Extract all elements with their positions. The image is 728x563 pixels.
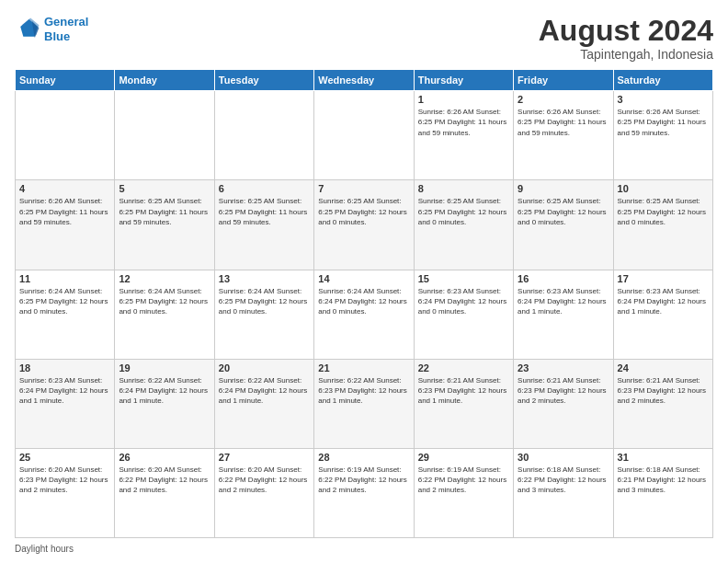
header-day: Wednesday: [314, 70, 414, 91]
calendar-cell: 7Sunrise: 6:25 AM Sunset: 6:25 PM Daylig…: [314, 180, 414, 270]
calendar-cell: 8Sunrise: 6:25 AM Sunset: 6:25 PM Daylig…: [414, 180, 513, 270]
day-info: Sunrise: 6:21 AM Sunset: 6:23 PM Dayligh…: [418, 375, 509, 407]
calendar-cell: 21Sunrise: 6:22 AM Sunset: 6:23 PM Dayli…: [314, 359, 414, 448]
calendar-header-row: SundayMondayTuesdayWednesdayThursdayFrid…: [16, 70, 713, 91]
day-info: Sunrise: 6:25 AM Sunset: 6:25 PM Dayligh…: [618, 196, 709, 227]
day-info: Sunrise: 6:26 AM Sunset: 6:25 PM Dayligh…: [19, 196, 110, 227]
day-number: 16: [518, 273, 609, 284]
header-day: Monday: [115, 70, 214, 91]
day-number: 28: [318, 452, 409, 463]
day-number: 11: [19, 273, 110, 284]
calendar-cell: 20Sunrise: 6:22 AM Sunset: 6:24 PM Dayli…: [214, 359, 313, 448]
day-info: Sunrise: 6:26 AM Sunset: 6:25 PM Dayligh…: [618, 107, 709, 138]
day-info: Sunrise: 6:21 AM Sunset: 6:23 PM Dayligh…: [618, 375, 709, 407]
day-number: 14: [318, 273, 409, 284]
day-info: Sunrise: 6:23 AM Sunset: 6:24 PM Dayligh…: [618, 286, 709, 317]
calendar-cell: 6Sunrise: 6:25 AM Sunset: 6:25 PM Daylig…: [214, 180, 313, 270]
day-info: Sunrise: 6:22 AM Sunset: 6:24 PM Dayligh…: [119, 375, 210, 407]
day-number: 10: [618, 183, 709, 194]
day-info: Sunrise: 6:23 AM Sunset: 6:24 PM Dayligh…: [518, 286, 609, 317]
day-number: 18: [19, 362, 110, 373]
calendar-cell: 1Sunrise: 6:26 AM Sunset: 6:25 PM Daylig…: [414, 91, 513, 180]
calendar-cell: 26Sunrise: 6:20 AM Sunset: 6:22 PM Dayli…: [115, 448, 214, 537]
calendar-cell: 14Sunrise: 6:24 AM Sunset: 6:24 PM Dayli…: [314, 270, 414, 359]
day-info: Sunrise: 6:21 AM Sunset: 6:23 PM Dayligh…: [518, 375, 609, 407]
day-number: 24: [618, 362, 709, 373]
header-day: Sunday: [16, 70, 115, 91]
header-day: Tuesday: [214, 70, 313, 91]
calendar-week-row: 4Sunrise: 6:26 AM Sunset: 6:25 PM Daylig…: [16, 180, 713, 270]
day-number: 12: [119, 273, 210, 284]
day-number: 19: [119, 362, 210, 373]
day-number: 21: [318, 362, 409, 373]
calendar-cell: [214, 91, 313, 180]
calendar-cell: 5Sunrise: 6:25 AM Sunset: 6:25 PM Daylig…: [115, 180, 214, 270]
page: General Blue August 2024 Tapintengah, In…: [0, 0, 728, 563]
calendar-cell: 16Sunrise: 6:23 AM Sunset: 6:24 PM Dayli…: [514, 270, 613, 359]
logo-text: General Blue: [44, 15, 88, 43]
calendar-cell: 2Sunrise: 6:26 AM Sunset: 6:25 PM Daylig…: [514, 91, 613, 180]
day-number: 4: [19, 183, 110, 194]
day-info: Sunrise: 6:23 AM Sunset: 6:24 PM Dayligh…: [19, 375, 110, 407]
calendar-week-row: 1Sunrise: 6:26 AM Sunset: 6:25 PM Daylig…: [16, 91, 713, 180]
day-info: Sunrise: 6:25 AM Sunset: 6:25 PM Dayligh…: [219, 196, 310, 227]
day-number: 5: [119, 183, 210, 194]
header-day: Friday: [514, 70, 613, 91]
calendar-cell: [115, 91, 214, 180]
day-info: Sunrise: 6:26 AM Sunset: 6:25 PM Dayligh…: [518, 107, 609, 138]
day-info: Sunrise: 6:26 AM Sunset: 6:25 PM Dayligh…: [418, 107, 509, 138]
calendar-cell: 18Sunrise: 6:23 AM Sunset: 6:24 PM Dayli…: [16, 359, 115, 448]
day-number: 1: [418, 94, 509, 105]
calendar-body: 1Sunrise: 6:26 AM Sunset: 6:25 PM Daylig…: [16, 91, 713, 538]
day-number: 20: [219, 362, 310, 373]
calendar-cell: 17Sunrise: 6:23 AM Sunset: 6:24 PM Dayli…: [613, 270, 712, 359]
day-number: 6: [219, 183, 310, 194]
day-info: Sunrise: 6:23 AM Sunset: 6:24 PM Dayligh…: [418, 286, 509, 317]
day-info: Sunrise: 6:19 AM Sunset: 6:22 PM Dayligh…: [318, 465, 409, 496]
calendar-cell: 12Sunrise: 6:24 AM Sunset: 6:25 PM Dayli…: [115, 270, 214, 359]
calendar-cell: 15Sunrise: 6:23 AM Sunset: 6:24 PM Dayli…: [414, 270, 513, 359]
calendar-week-row: 25Sunrise: 6:20 AM Sunset: 6:23 PM Dayli…: [16, 448, 713, 537]
day-number: 27: [219, 452, 310, 463]
calendar-cell: 23Sunrise: 6:21 AM Sunset: 6:23 PM Dayli…: [514, 359, 613, 448]
day-number: 23: [518, 362, 609, 373]
main-title: August 2024: [539, 15, 713, 47]
day-info: Sunrise: 6:19 AM Sunset: 6:22 PM Dayligh…: [418, 465, 509, 496]
day-info: Sunrise: 6:22 AM Sunset: 6:23 PM Dayligh…: [318, 375, 409, 407]
calendar-cell: 4Sunrise: 6:26 AM Sunset: 6:25 PM Daylig…: [16, 180, 115, 270]
day-info: Sunrise: 6:25 AM Sunset: 6:25 PM Dayligh…: [318, 196, 409, 227]
logo: General Blue: [15, 15, 88, 43]
day-info: Sunrise: 6:22 AM Sunset: 6:24 PM Dayligh…: [219, 375, 310, 407]
calendar-cell: 22Sunrise: 6:21 AM Sunset: 6:23 PM Dayli…: [414, 359, 513, 448]
calendar-cell: [314, 91, 414, 180]
day-number: 13: [219, 273, 310, 284]
day-number: 15: [418, 273, 509, 284]
calendar-cell: 10Sunrise: 6:25 AM Sunset: 6:25 PM Dayli…: [613, 180, 712, 270]
day-number: 29: [418, 452, 509, 463]
day-number: 8: [418, 183, 509, 194]
day-info: Sunrise: 6:25 AM Sunset: 6:25 PM Dayligh…: [418, 196, 509, 227]
calendar-cell: 13Sunrise: 6:24 AM Sunset: 6:25 PM Dayli…: [214, 270, 313, 359]
day-number: 3: [618, 94, 709, 105]
calendar-cell: 25Sunrise: 6:20 AM Sunset: 6:23 PM Dayli…: [16, 448, 115, 537]
day-number: 26: [119, 452, 210, 463]
day-info: Sunrise: 6:25 AM Sunset: 6:25 PM Dayligh…: [518, 196, 609, 227]
day-number: 31: [618, 452, 709, 463]
header-day: Thursday: [414, 70, 513, 91]
day-info: Sunrise: 6:24 AM Sunset: 6:25 PM Dayligh…: [219, 286, 310, 317]
day-info: Sunrise: 6:20 AM Sunset: 6:23 PM Dayligh…: [19, 465, 110, 496]
logo-line2: Blue: [44, 29, 70, 43]
day-number: 25: [19, 452, 110, 463]
calendar-cell: [16, 91, 115, 180]
logo-icon: [15, 17, 40, 42]
header: General Blue August 2024 Tapintengah, In…: [15, 15, 713, 62]
calendar-cell: 19Sunrise: 6:22 AM Sunset: 6:24 PM Dayli…: [115, 359, 214, 448]
calendar-table: SundayMondayTuesdayWednesdayThursdayFrid…: [15, 69, 713, 538]
header-day: Saturday: [613, 70, 712, 91]
day-info: Sunrise: 6:24 AM Sunset: 6:24 PM Dayligh…: [318, 286, 409, 317]
footer: Daylight hours: [15, 544, 713, 554]
footer-text: Daylight hours: [15, 544, 74, 554]
day-number: 17: [618, 273, 709, 284]
title-block: August 2024 Tapintengah, Indonesia: [539, 15, 713, 62]
day-info: Sunrise: 6:20 AM Sunset: 6:22 PM Dayligh…: [219, 465, 310, 496]
